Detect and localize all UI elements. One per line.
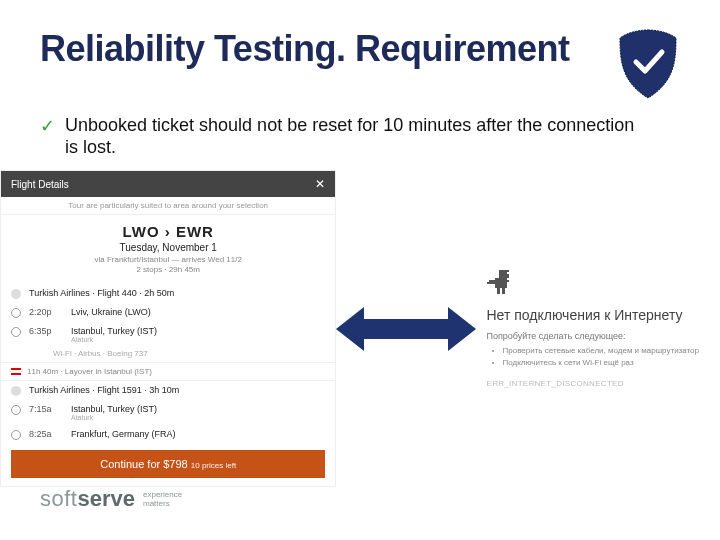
- stop-dot-icon: [11, 308, 21, 318]
- leg-city: Istanbul, Turkey (IST) Ataturk: [71, 326, 325, 343]
- requirement-text: Unbooked ticket should not be reset for …: [65, 114, 640, 158]
- svg-rect-4: [489, 280, 495, 284]
- offline-try-label: Попробуйте сделать следующее:: [487, 331, 721, 341]
- airline-icon: [11, 386, 21, 396]
- airline-icon: [11, 289, 21, 299]
- svg-rect-6: [497, 288, 500, 294]
- slide: Reliability Testing. Requirement ✓ Unboo…: [0, 0, 720, 540]
- continue-label: Continue for $798: [100, 458, 187, 470]
- flight-header-title: Flight Details: [11, 179, 69, 190]
- airline-row: Turkish Airlines · Flight 440 · 2h 50m: [1, 284, 335, 303]
- brand-tagline: experience matters: [143, 490, 182, 508]
- offline-suggestion-list: Проверить сетевые кабели, модем и маршру…: [487, 345, 721, 369]
- continue-sublabel: 10 prices left: [191, 461, 236, 470]
- flight-header: Flight Details ✕: [1, 171, 335, 197]
- flight-details-panel: Flight Details ✕ Tour are particularly s…: [0, 170, 336, 487]
- tagline-line: matters: [143, 499, 170, 508]
- leg-time: 2:20p: [29, 307, 63, 317]
- route-via: via Frankfurt/Istanbul — arrives Wed 11/…: [1, 255, 335, 264]
- slide-title: Reliability Testing. Requirement: [40, 28, 569, 70]
- flight-route-summary: LWO › EWR Tuesday, November 1 via Frankf…: [1, 215, 335, 284]
- leg-city: Frankfurt, Germany (FRA): [71, 429, 325, 439]
- content-row: Flight Details ✕ Tour are particularly s…: [0, 170, 720, 487]
- svg-marker-0: [336, 307, 476, 351]
- offline-error-code: ERR_INTERNET_DISCONNECTED: [487, 379, 721, 388]
- shield-check-icon: [616, 28, 680, 100]
- svg-rect-5: [487, 282, 489, 284]
- leg-row: 7:15a Istanbul, Turkey (IST) Ataturk: [1, 400, 335, 425]
- leg-city-sub: Ataturk: [71, 336, 325, 343]
- list-item: Подключитесь к сети Wi-Fi ещё раз: [503, 357, 721, 369]
- route-date: Tuesday, November 1: [1, 242, 335, 253]
- leg-city-sub: Ataturk: [71, 414, 325, 421]
- flag-icon: [11, 368, 21, 375]
- leg-time: 8:25a: [29, 429, 63, 439]
- stop-dot-icon: [11, 327, 21, 337]
- leg-city: Lviv, Ukraine (LWO): [71, 307, 325, 317]
- tagline-line: experience: [143, 490, 182, 499]
- footer: softserve experience matters: [40, 486, 182, 512]
- checkmark-icon: ✓: [40, 114, 55, 138]
- brand-light: soft: [40, 486, 77, 511]
- route-code: LWO › EWR: [1, 223, 335, 240]
- svg-rect-7: [502, 288, 505, 294]
- close-icon[interactable]: ✕: [315, 177, 325, 191]
- title-row: Reliability Testing. Requirement: [40, 28, 680, 100]
- leg-city-name: Istanbul, Turkey (IST): [71, 326, 157, 336]
- layover-row: 11h 40m · Layover in Istanbul (IST): [1, 362, 335, 381]
- leg-city: Istanbul, Turkey (IST) Ataturk: [71, 404, 325, 421]
- flight-rationale: Tour are particularly suited to area aro…: [1, 197, 335, 215]
- stop-dot-icon: [11, 430, 21, 440]
- leg-city-name: Istanbul, Turkey (IST): [71, 404, 157, 414]
- airline-label: Turkish Airlines · Flight 440 · 2h 50m: [29, 288, 325, 298]
- svg-rect-2: [507, 272, 509, 274]
- svg-rect-8: [505, 280, 509, 282]
- brand-logo: softserve: [40, 486, 135, 512]
- stop-dot-icon: [11, 405, 21, 415]
- offline-title: Нет подключения к Интернету: [487, 307, 721, 323]
- svg-rect-3: [495, 278, 507, 288]
- airline-row: Turkish Airlines · Flight 1591 · 3h 10m: [1, 381, 335, 400]
- leg-time: 7:15a: [29, 404, 63, 414]
- leg-row: 6:35p Istanbul, Turkey (IST) Ataturk: [1, 322, 335, 347]
- brand-bold: serve: [77, 486, 135, 511]
- leg-time: 6:35p: [29, 326, 63, 336]
- list-item: Проверить сетевые кабели, модем и маршру…: [503, 345, 721, 357]
- route-duration: 2 stops · 29h 45m: [1, 265, 335, 274]
- offline-panel: Нет подключения к Интернету Попробуйте с…: [477, 270, 721, 388]
- leg-row: 2:20p Lviv, Ukraine (LWO): [1, 303, 335, 322]
- layover-text: 11h 40m · Layover in Istanbul (IST): [27, 367, 152, 376]
- leg-row: 8:25a Frankfurt, Germany (FRA): [1, 425, 335, 444]
- requirement-bullet: ✓ Unbooked ticket should not be reset fo…: [40, 114, 680, 158]
- continue-button[interactable]: Continue for $798 10 prices left: [11, 450, 325, 478]
- double-arrow-icon: [336, 301, 476, 357]
- flight-amenities: Wi-Fi · Airbus · Boeing 737: [1, 347, 335, 362]
- airline-label: Turkish Airlines · Flight 1591 · 3h 10m: [29, 385, 325, 395]
- dino-icon: [487, 270, 721, 301]
